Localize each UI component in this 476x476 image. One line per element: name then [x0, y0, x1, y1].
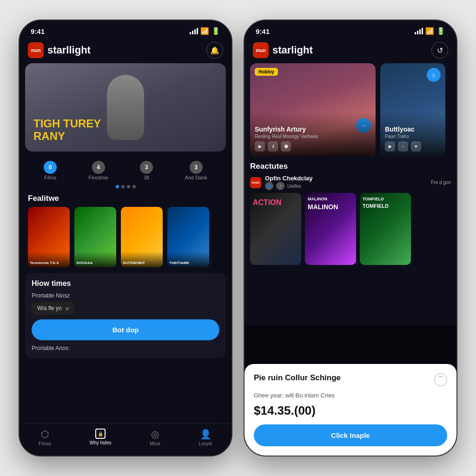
- hero-text: TiGH TUREY RANY: [33, 118, 101, 142]
- stat-circle-3ll: 3: [140, 161, 153, 174]
- movie-card-4[interactable]: THEITIAME: [167, 207, 209, 267]
- stat-films[interactable]: 0 Films: [44, 161, 57, 180]
- stats-row: 0 Films 4 Finotime 3 3ll: [20, 157, 231, 182]
- phone-2: 9:41 📶 🔋 mun: [244, 20, 457, 456]
- battery-icon: 🔋: [212, 27, 220, 35]
- reactute-card-3[interactable]: TOMFIELD TOMFIELD: [360, 193, 411, 265]
- status-time-1: 9:41: [31, 27, 45, 35]
- stat-label-3ll: 3ll: [140, 175, 153, 180]
- card-icon-share[interactable]: ⌚: [281, 141, 291, 152]
- carousel-section: Hobloy → Sunfyrish Artury Reoling Reul M…: [245, 63, 456, 162]
- showtimes-title: Hiow times: [32, 279, 219, 288]
- signal-icon-2: [415, 28, 423, 34]
- dot-4[interactable]: [132, 185, 136, 188]
- carousel-secondary-card[interactable]: ⌂ Buttlyoac Paun Traho ▶ ↑ ♥: [380, 63, 445, 156]
- nav-label-lovyel: Lovyel: [199, 441, 212, 446]
- close-icon: ⌒: [437, 376, 444, 384]
- wifi-icon: 📶: [200, 27, 209, 35]
- hero-title-line2: RANY: [33, 130, 101, 142]
- popup-title: Pie ruin Collur Schinge: [254, 373, 341, 383]
- sec-icon-1[interactable]: ▶: [385, 141, 395, 152]
- channel-meta-avatar: 👤: [265, 182, 273, 190]
- notification-button-1[interactable]: 🔔: [206, 42, 223, 59]
- signal-icon: [190, 28, 198, 34]
- popup-card: Pie ruin Collur Schinge ⌒ Ghee year; wil…: [245, 364, 456, 456]
- nav-lovyel[interactable]: 👤 Lovyel: [199, 429, 212, 446]
- bottom-nav-1: ⬡ Fiinos 🔒 Why hides ◎ More 👤 Lovyel: [20, 423, 231, 456]
- reactute-card-2[interactable]: MALINON MALINON: [305, 193, 356, 265]
- main-card-subtitle: Reoling Reul Moongy Varfiwiar: [255, 134, 371, 139]
- channel-name: Opfin Chekdclay: [265, 175, 313, 182]
- more-icon: ◎: [151, 429, 159, 440]
- hero-banner[interactable]: TiGH TUREY RANY: [25, 63, 226, 152]
- movie-card-3[interactable]: SUTEWOBIT: [121, 207, 163, 267]
- popup-close-button[interactable]: ⌒: [434, 373, 447, 386]
- channel-meta-text: Uielles: [287, 184, 301, 189]
- carousel-dots: [20, 185, 231, 188]
- movie-label-3: SUTEWOBIT: [121, 251, 163, 267]
- nav-whyhides[interactable]: 🔒 Why hides: [90, 429, 112, 446]
- reactute-title-2: MALINON: [305, 201, 356, 212]
- dot-1[interactable]: [116, 185, 119, 188]
- app-header-2: mun starlight ↺: [245, 38, 456, 63]
- app-logo-1: mun starllight: [28, 42, 91, 58]
- hot-badge: Hobloy: [255, 68, 278, 76]
- nav-films[interactable]: ⬡ Fiinos: [39, 429, 51, 446]
- status-bar-2: 9:41 📶 🔋: [245, 20, 456, 38]
- popup-price: $14.35.(00): [254, 403, 447, 418]
- movie-card-2[interactable]: SOOGAA: [74, 207, 116, 267]
- book-button[interactable]: Bot dop: [32, 319, 219, 340]
- reactute-card-1[interactable]: ACTION: [250, 193, 301, 265]
- popup-overlay: Pie ruin Collur Schinge ⌒ Ghee year; wil…: [245, 325, 456, 456]
- battery-icon-2: 🔋: [436, 27, 445, 35]
- secondary-card-info: Buttlyoac Paun Traho ▶ ↑ ♥: [380, 112, 445, 156]
- showtimes-section: Hiow times Prortable Niosz Wia fle yo » …: [25, 273, 226, 358]
- refresh-button[interactable]: ↺: [431, 42, 448, 59]
- reactutes-header: Reactutes: [250, 162, 451, 171]
- stat-circle-dank: 3: [190, 161, 203, 174]
- nav-more[interactable]: ◎ More: [150, 429, 160, 446]
- stat-label-finotime: Finotime: [89, 175, 108, 180]
- dot-3[interactable]: [127, 185, 130, 188]
- stat-circle-films: 0: [44, 161, 57, 174]
- app-header-1: mun starllight 🔔: [20, 38, 231, 63]
- sec-icon-3[interactable]: ♥: [411, 141, 421, 152]
- person-silhouette: [107, 75, 144, 140]
- showtime-label: Prortable Niosz: [32, 292, 219, 299]
- nav-label-more: More: [150, 441, 160, 446]
- chip-arrow-icon: »: [66, 304, 69, 312]
- stat-dank[interactable]: 3 And Dank: [185, 161, 207, 180]
- movie-card-1[interactable]: Terminroia T.D.S: [28, 207, 70, 267]
- stat-finotime[interactable]: 4 Finotime: [89, 161, 108, 180]
- reactute-title-1: ACTION: [250, 197, 301, 209]
- showtime-chip[interactable]: Wia fle yo »: [32, 302, 74, 315]
- movie-label-2: SOOGAA: [74, 251, 116, 267]
- movie-label-4: THEITIAME: [167, 251, 209, 267]
- reactute-label-3: TOMFIELD: [360, 193, 411, 201]
- status-bar-1: 9:41 📶 🔋: [20, 20, 231, 38]
- films-icon: ⬡: [41, 429, 49, 440]
- stat-label-dank: And Dank: [185, 175, 207, 180]
- card-icon-play[interactable]: ▶: [255, 141, 265, 152]
- secondary-card-subtitle: Paun Traho: [385, 134, 441, 139]
- channel-row: mun Opfin Chekdclay 👤 ↑ Uielles Fre d go…: [250, 175, 451, 190]
- popup-header: Pie ruin Collur Schinge ⌒: [254, 373, 447, 386]
- channel-meta: 👤 ↑ Uielles: [265, 182, 313, 190]
- card-icon-info[interactable]: ℹ: [268, 141, 278, 152]
- stat-3ll[interactable]: 3 3ll: [140, 161, 153, 180]
- nav-label-films: Fiinos: [39, 441, 51, 446]
- reactute-label-1: [250, 193, 301, 197]
- reactutes-title: Reactutes: [250, 162, 288, 171]
- free-tag: Fre d gon: [431, 180, 451, 185]
- sec-icon-2[interactable]: ↑: [398, 141, 408, 152]
- secondary-card-icon: ⌂: [427, 68, 441, 82]
- probable-label: Prortable Anos:: [32, 345, 219, 351]
- logo-icon-1: mun: [28, 42, 44, 58]
- lock-icon: 🔒: [95, 429, 106, 439]
- carousel-main-card[interactable]: Hobloy → Sunfyrish Artury Reoling Reul M…: [250, 63, 376, 156]
- dot-2[interactable]: [121, 185, 125, 188]
- channel-logo: mun: [250, 177, 261, 188]
- popup-action-button[interactable]: Click Inaple: [254, 424, 447, 446]
- movies-row: Terminroia T.D.S SOOGAA SUTEWOBIT THEITI…: [20, 207, 231, 273]
- hero-title-line1: TiGH TUREY: [33, 118, 101, 130]
